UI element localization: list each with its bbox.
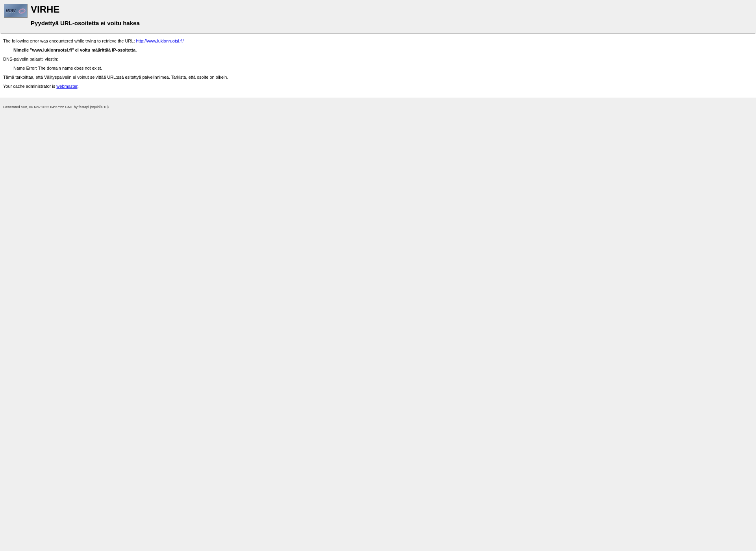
squid-now-icon: NOW <box>4 4 28 18</box>
admin-intro: Your cache administrator is <box>3 84 56 89</box>
admin-suffix: . <box>78 84 79 89</box>
svg-point-1 <box>19 9 24 13</box>
explanation: Tämä tarkoittaa, että Välityspalvelin ei… <box>3 75 753 80</box>
error-message: Nimelle "www.lukionruotsi.fi" ei voitu m… <box>13 48 753 52</box>
webmaster-link[interactable]: webmaster <box>56 84 77 89</box>
error-url-link[interactable]: http://www.lukionruotsi.fi/ <box>136 39 184 43</box>
error-intro-line: The following error was encountered whil… <box>3 39 753 43</box>
dns-message: Name Error: The domain name does not exi… <box>13 66 753 70</box>
footer: Generated Sun, 06 Nov 2022 04:27:22 GMT … <box>0 101 756 113</box>
error-intro-text: The following error was encountered whil… <box>3 39 136 43</box>
header-text-block: VIRHE Pyydettyä URL-osoitetta ei voitu h… <box>31 4 140 26</box>
error-subtitle: Pyydettyä URL-osoitetta ei voitu hakea <box>31 20 140 26</box>
icon-text: NOW <box>6 9 15 13</box>
error-content: The following error was encountered whil… <box>0 34 756 98</box>
error-title: VIRHE <box>31 4 140 15</box>
error-header: NOW VIRHE Pyydettyä URL-osoitetta ei voi… <box>0 0 756 30</box>
admin-line: Your cache administrator is webmaster. <box>3 84 753 89</box>
svg-point-2 <box>20 9 21 11</box>
generated-text: Generated Sun, 06 Nov 2022 04:27:22 GMT … <box>3 105 109 109</box>
swirl-icon <box>18 7 26 15</box>
dns-intro: DNS-palvelin palautti viestin: <box>3 57 753 61</box>
